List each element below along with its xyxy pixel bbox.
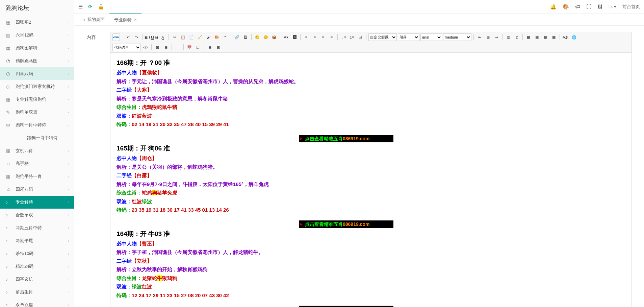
toolbar-button[interactable]: 🖼 bbox=[242, 33, 249, 41]
font-select[interactable]: arial bbox=[420, 33, 442, 41]
toolbar-button[interactable]: ≡ bbox=[303, 33, 310, 41]
toolbar-button[interactable]: ≡ bbox=[328, 33, 335, 41]
chevron-icon: ‹ bbox=[68, 188, 69, 191]
toolbar-button[interactable]: Aあ bbox=[562, 33, 569, 41]
editor-body[interactable]: 166期：开 ？00 准必中人物【夏侯敦】解析：字元让，沛国谯县（今属安徽省亳州… bbox=[110, 53, 632, 307]
toolbar-button[interactable]: ↶ bbox=[124, 33, 132, 41]
chevron-icon: ⌄ bbox=[67, 123, 69, 127]
sidebar-item-15[interactable]: ›合数单双› bbox=[0, 209, 74, 221]
toolbar-button[interactable]: ⊘ bbox=[513, 33, 520, 41]
frontend-link[interactable]: 前台首页 bbox=[622, 4, 640, 10]
sidebar-item-12[interactable]: ▦跑狗平特一肖‹ bbox=[0, 170, 74, 183]
toolbar-button[interactable]: 📄 bbox=[188, 33, 195, 41]
promo-banner[interactable]: 点击查看精准五肖086919.com bbox=[299, 306, 393, 307]
fullscreen-icon[interactable]: ⛶ bbox=[586, 4, 591, 9]
palette-icon[interactable]: 🎨 bbox=[563, 4, 569, 10]
menu-toggle-icon[interactable]: ☰ bbox=[78, 4, 83, 10]
sidebar-item-0[interactable]: ▦四张图2› bbox=[0, 16, 74, 29]
toolbar-button[interactable]: 😊 bbox=[262, 33, 269, 41]
zonghe-line: 综合生肖：龙猪蛇牛猴鸡狗 bbox=[117, 274, 625, 283]
jiexi-line: 解析：寒是天气寒冷到极致的意思，解冬肖鼠牛猪 bbox=[117, 94, 625, 103]
sidebar-item-20[interactable]: ›四字玄机› bbox=[0, 273, 74, 286]
sidebar-item-4[interactable]: ◷四肖八码‹ bbox=[0, 67, 74, 80]
toolbar-button[interactable]: 🌐 bbox=[570, 33, 578, 41]
code-lang-select[interactable]: 代码语言 bbox=[112, 44, 141, 51]
toolbar-button[interactable]: 🔗 bbox=[233, 33, 241, 41]
close-icon[interactable]: ✕ bbox=[134, 18, 137, 22]
toolbar-button[interactable]: A̲ bbox=[159, 33, 166, 41]
promo-banner[interactable]: 点击查看精准五肖086919.com bbox=[299, 135, 393, 142]
toolbar-button[interactable]: ⊟ bbox=[214, 44, 222, 51]
sidebar-item-1[interactable]: ▤六肖12码› bbox=[0, 29, 74, 42]
username-dropdown[interactable]: ljk ▾ bbox=[609, 4, 616, 9]
toolbar-button[interactable]: ☑ bbox=[357, 33, 364, 41]
image-icon[interactable]: 🖼 bbox=[597, 4, 602, 9]
toolbar-button[interactable]: ↷ bbox=[133, 33, 140, 41]
refresh-icon[interactable]: ⟳ bbox=[88, 4, 93, 10]
sidebar-item-9[interactable]: 跑狗一肖中特诗 bbox=[0, 132, 74, 144]
toolbar-button[interactable]: ⋮≡ bbox=[340, 33, 347, 41]
toolbar-button[interactable]: ⊞ bbox=[484, 33, 492, 41]
toolbar-button[interactable]: ⊞ bbox=[206, 44, 213, 51]
toolbar-button[interactable]: 🎨 bbox=[213, 33, 221, 41]
toolbar-button[interactable]: ≡ bbox=[311, 33, 318, 41]
toolbar-button[interactable]: ❝ bbox=[222, 33, 229, 41]
tab-0[interactable]: ⌂我的桌面 bbox=[78, 14, 109, 25]
chevron-icon: › bbox=[68, 290, 69, 294]
size-select[interactable]: medium bbox=[443, 33, 471, 41]
sidebar-item-17[interactable]: ›两期平尾› bbox=[0, 234, 74, 247]
sidebar-item-11[interactable]: ☺高手榜‹ bbox=[0, 157, 74, 170]
sidebar-item-19[interactable]: ›精准24码› bbox=[0, 260, 74, 273]
sidebar-item-22[interactable]: ›杀单双篇› bbox=[0, 299, 74, 307]
sidebar-item-21[interactable]: ›前后生肖› bbox=[0, 286, 74, 299]
sidebar-icon: ✎ bbox=[6, 110, 12, 115]
sidebar-item-8[interactable]: ✉跑狗一肖中特诗⌄ bbox=[0, 119, 74, 132]
sidebar-item-10[interactable]: ▦玄机四肖‹ bbox=[0, 144, 74, 157]
toolbar-button[interactable]: ⊞ bbox=[154, 44, 161, 51]
toolbar-button[interactable]: 🙂 bbox=[254, 33, 261, 41]
toolbar-button[interactable]: ⇤ bbox=[476, 33, 483, 41]
sidebar-label: 高手榜 bbox=[16, 161, 29, 167]
sidebar-item-14[interactable]: ›专业解特› bbox=[0, 196, 74, 209]
sidebar: 跑狗论坛 ▦四张图2›▤六肖12码›▦跑狗图解特‹◔精解跑马图‹◷四肖八码‹◇跑… bbox=[0, 0, 74, 307]
toolbar-button[interactable]: ⊟ bbox=[162, 44, 170, 51]
lock-icon[interactable]: 🔓 bbox=[98, 4, 104, 10]
sidebar-item-16[interactable]: ›两期五肖中特› bbox=[0, 221, 74, 234]
sidebar-icon: › bbox=[6, 264, 12, 269]
toolbar-button[interactable]: ▦ bbox=[525, 33, 532, 41]
toolbar-button[interactable]: ⇥ bbox=[493, 33, 500, 41]
sidebar-item-3[interactable]: ◔精解跑马图‹ bbox=[0, 54, 74, 67]
bell-icon[interactable]: 🔔 bbox=[550, 4, 557, 10]
toolbar-button[interactable]: ▦ bbox=[550, 33, 558, 41]
sidebar-item-5[interactable]: ◇跑狗澳门独家玄机诗‹ bbox=[0, 80, 74, 93]
sidebar-item-18[interactable]: ›杀特10码› bbox=[0, 247, 74, 260]
toolbar-button[interactable]: 1≡ bbox=[348, 33, 356, 41]
toolbar-button[interactable]: </> bbox=[142, 44, 149, 51]
heading-select[interactable]: 自定义标题 bbox=[368, 33, 397, 41]
toolbar-button[interactable]: ≡ bbox=[319, 33, 327, 41]
toolbar-button[interactable]: ✂ bbox=[171, 33, 178, 41]
toolbar-button[interactable]: ☑ bbox=[194, 44, 202, 51]
tema-line: 特码：02 14 19 31 20 32 35 47 28 40 15 39 2… bbox=[117, 120, 625, 129]
toolbar-button[interactable]: 📋 bbox=[179, 33, 187, 41]
toolbar-button[interactable]: 📅 bbox=[186, 44, 193, 51]
html-source-button[interactable]: HTML bbox=[112, 33, 120, 41]
sidebar-item-2[interactable]: ▦跑狗图解特‹ bbox=[0, 42, 74, 54]
toolbar-button[interactable]: 📦 bbox=[271, 33, 278, 41]
sidebar-item-6[interactable]: ▦专业解无痕跑狗‹ bbox=[0, 93, 74, 106]
tag-icon[interactable]: 🏷 bbox=[575, 4, 580, 9]
shuangbo-line: 双波：红波绿波 bbox=[117, 197, 625, 206]
toolbar-button[interactable]: 🧹 bbox=[196, 33, 204, 41]
toolbar-button[interactable]: A▾ bbox=[282, 33, 290, 41]
promo-banner[interactable]: 点击查看精准五肖086919.com bbox=[299, 220, 393, 228]
sidebar-item-13[interactable]: ☺四尾八码‹ bbox=[0, 183, 74, 196]
para-select[interactable]: 段落 bbox=[398, 33, 419, 41]
toolbar-button[interactable]: 🖌 bbox=[205, 33, 212, 41]
toolbar-button[interactable]: ≣ bbox=[505, 33, 512, 41]
toolbar-button[interactable]: ▦ bbox=[542, 33, 549, 41]
toolbar-button[interactable]: 🅰 bbox=[291, 33, 298, 41]
sidebar-item-7[interactable]: ✎跑狗单双篇‹ bbox=[0, 106, 74, 119]
toolbar-button[interactable]: — bbox=[174, 44, 181, 51]
toolbar-button[interactable]: ▦ bbox=[533, 33, 541, 41]
tab-1[interactable]: 专业解特✕ bbox=[109, 14, 141, 25]
